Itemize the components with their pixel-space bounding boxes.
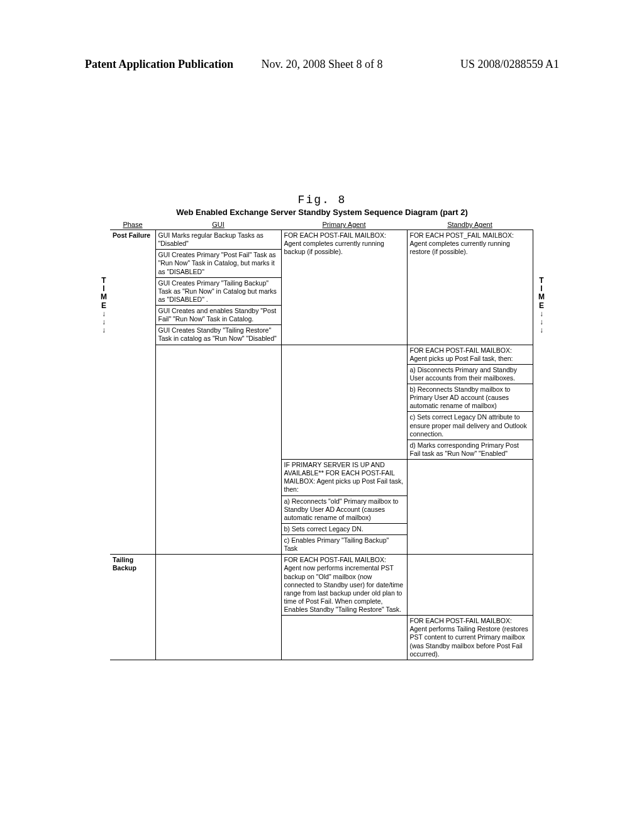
header: Patent Application Publication Nov. 20, …: [85, 58, 559, 71]
diagram-subtitle: Web Enabled Exchange Server Standby Syst…: [176, 208, 468, 217]
table-body: Post Failure GUI Marks regular Backup Ta…: [110, 230, 533, 660]
time-marker-left: TIME↓↓↓: [99, 277, 108, 335]
sequence-table-wrap: Phase GUI Primary Agent Standby Agent Po…: [110, 219, 533, 660]
standby-cell: [407, 460, 533, 555]
standby-cell: a) Disconnects Primary and Standby User …: [407, 364, 533, 384]
col-standby: Standby Agent: [407, 219, 533, 230]
figure-label: Fig. 8: [298, 194, 347, 206]
primary-cell: FOR EACH POST-FAIL MAILBOX: Agent now pe…: [281, 555, 407, 616]
col-primary: Primary Agent: [281, 219, 407, 230]
primary-cell: FOR EACH POST-FAIL MAILBOX: Agent comple…: [281, 230, 407, 345]
primary-cell: c) Enables Primary "Tailing Backup" Task: [281, 535, 407, 555]
phase-cell: Post Failure: [110, 230, 155, 555]
gui-cell: GUI Creates Standby "Tailing Restore" Ta…: [155, 325, 281, 345]
table-row: FOR EACH POST-FAIL MAILBOX: Agent picks …: [110, 345, 533, 364]
phase-cell: Tailing Backup: [110, 555, 155, 660]
standby-cell: [407, 555, 533, 616]
standby-cell: FOR EACH POST-FAIL MAILBOX: Agent picks …: [407, 345, 533, 364]
gui-cell: GUI Creates Primary "Tailing Backup" Tas…: [155, 277, 281, 305]
sequence-table: Phase GUI Primary Agent Standby Agent Po…: [110, 219, 533, 660]
header-right: US 2008/0288559 A1: [460, 58, 559, 71]
gui-cell: [155, 345, 281, 555]
col-gui: GUI: [155, 219, 281, 230]
primary-cell: [281, 616, 407, 660]
gui-cell: GUI Marks regular Backup Tasks as "Disab…: [155, 230, 281, 250]
gui-cell: GUI Creates Primary "Post Fail" Task as …: [155, 250, 281, 277]
primary-cell: a) Reconnects "old" Primary mailbox to S…: [281, 495, 407, 523]
standby-cell: FOR EACH POST_FAIL MAILBOX: Agent comple…: [407, 230, 533, 345]
primary-cell: IF PRIMARY SERVER IS UP AND AVAILABLE** …: [281, 460, 407, 496]
col-phase: Phase: [110, 219, 155, 230]
primary-cell: [281, 345, 407, 460]
standby-cell: b) Reconnects Standby mailbox to Primary…: [407, 384, 533, 412]
standby-cell: FOR EACH POST-FAIL MAILBOX: Agent perfor…: [407, 616, 533, 660]
table-row: Tailing Backup FOR EACH POST-FAIL MAILBO…: [110, 555, 533, 616]
header-center: Nov. 20, 2008 Sheet 8 of 8: [262, 58, 383, 71]
gui-cell: GUI Creates and enables Standby "Post Fa…: [155, 306, 281, 325]
standby-cell: d) Marks corresponding Primary Post Fail…: [407, 440, 533, 459]
primary-cell: b) Sets correct Legacy DN.: [281, 523, 407, 534]
time-marker-right: TIME↓↓↓: [537, 277, 546, 335]
table-header-row: Phase GUI Primary Agent Standby Agent: [110, 219, 533, 230]
header-left: Patent Application Publication: [85, 58, 233, 70]
gui-cell: [155, 555, 281, 660]
standby-cell: c) Sets correct Legacy DN attribute to e…: [407, 412, 533, 440]
table-row: Post Failure GUI Marks regular Backup Ta…: [110, 230, 533, 250]
